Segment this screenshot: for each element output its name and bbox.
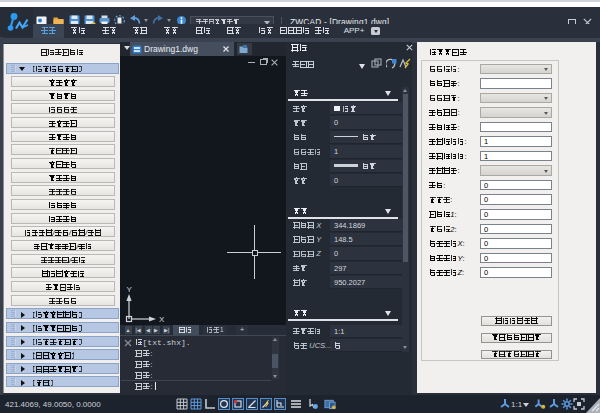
svg-text:Y: Y (127, 285, 133, 294)
svg-text:X: X (159, 315, 165, 324)
